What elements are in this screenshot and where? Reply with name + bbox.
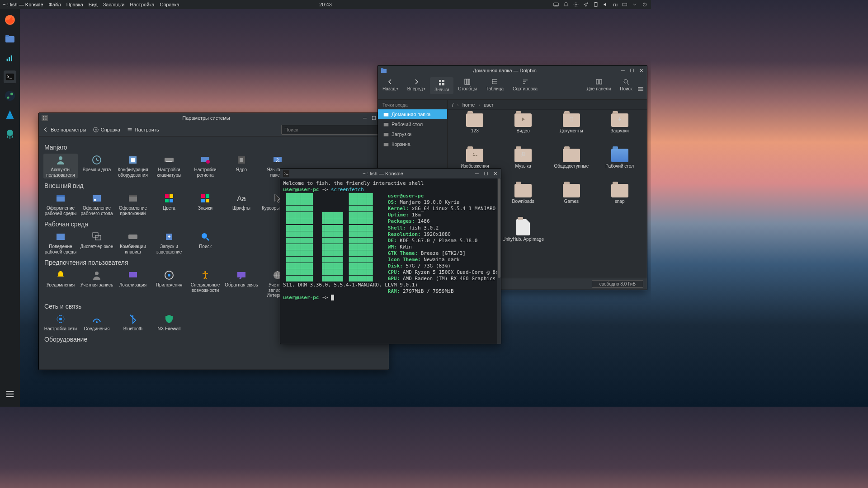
toolbar-sort[interactable]: Сортировка xyxy=(508,78,542,91)
menu-help[interactable]: Справка xyxy=(160,2,179,7)
folder-item[interactable]: Games xyxy=(548,184,595,218)
dock-steam[interactable] xyxy=(4,89,16,102)
folder-item[interactable]: Рабочий стол xyxy=(596,149,643,183)
settings-item[interactable]: Приложения xyxy=(152,269,186,299)
settings-item[interactable]: Комбинации клавиш xyxy=(116,230,150,255)
settings-search-input[interactable] xyxy=(281,125,385,135)
toolbar-search[interactable]: Поиск xyxy=(615,78,637,91)
settings-item[interactable]: Ядро xyxy=(224,154,259,178)
toolbar-forward[interactable]: Вперёд ▾ xyxy=(403,78,430,91)
settings-item[interactable]: Bluetooth xyxy=(116,313,150,333)
svg-rect-1 xyxy=(554,5,558,6)
breadcrumb[interactable]: / › home › user xyxy=(448,100,647,110)
terminal-scrollbar[interactable] xyxy=(497,178,501,344)
breadcrumb-root[interactable]: / xyxy=(452,102,453,108)
file-item[interactable]: UnityHub. AppImage xyxy=(500,219,547,253)
settings-item[interactable]: Конфигурация оборудования xyxy=(116,154,150,178)
toolbar-columns-view[interactable]: Столбцы xyxy=(453,78,481,91)
tray-chevron-icon[interactable] xyxy=(632,2,637,7)
tray-keyboard-icon[interactable] xyxy=(553,2,559,7)
settings-item[interactable]: AaШрифты xyxy=(224,192,259,217)
tray-power-icon[interactable] xyxy=(642,2,647,7)
settings-item[interactable]: Оформление рабочей среды xyxy=(43,192,78,217)
toolbar-split[interactable]: Две панели xyxy=(582,78,615,91)
dock-firefox[interactable] xyxy=(4,14,16,26)
menu-bookmarks[interactable]: Закладки xyxy=(103,2,125,7)
dock-files[interactable] xyxy=(4,33,16,45)
dock-arch[interactable] xyxy=(4,108,16,121)
dock-terminal[interactable] xyxy=(4,70,16,83)
toolbar-table-view[interactable]: Таблица xyxy=(481,78,508,91)
sidebar-item[interactable]: Домашняя папка xyxy=(378,109,447,119)
settings-item[interactable]: Оформление рабочего стола xyxy=(80,192,114,217)
settings-item[interactable]: Специальные возможности xyxy=(188,269,222,299)
tray-lang[interactable]: ru xyxy=(613,2,618,7)
settings-item[interactable]: Запуск и завершение xyxy=(152,230,186,255)
tray-location-icon[interactable] xyxy=(583,2,589,7)
menu-edit[interactable]: Правка xyxy=(66,2,83,7)
dock-monitor[interactable] xyxy=(4,52,16,64)
system-settings-titlebar[interactable]: Параметры системы ─ ☐ ✕ xyxy=(39,113,389,123)
tray-volume-icon[interactable] xyxy=(603,2,609,7)
maximize-button[interactable]: ☐ xyxy=(483,170,489,177)
terminal-output[interactable]: Welcome to fish, the friendly interactiv… xyxy=(280,178,501,344)
toolbar-back[interactable]: Все параметры xyxy=(42,127,86,133)
menu-settings[interactable]: Настройка xyxy=(130,2,154,7)
toolbar-menu[interactable] xyxy=(637,85,644,93)
settings-item[interactable]: Настройки региона xyxy=(188,154,222,178)
folder-item[interactable]: Общедоступные xyxy=(548,149,595,183)
folder-item[interactable]: snap xyxy=(596,184,643,218)
menu-view[interactable]: Вид xyxy=(89,2,98,7)
settings-item[interactable]: Обратная связь xyxy=(224,269,259,299)
settings-item[interactable]: Учётная запись xyxy=(80,269,114,299)
folder-item[interactable]: Видео xyxy=(500,113,547,148)
minimize-button[interactable]: ─ xyxy=(620,67,626,74)
dock-menu-icon[interactable] xyxy=(4,388,16,400)
settings-item[interactable]: Настройка сети xyxy=(43,313,78,333)
minimize-button[interactable]: ─ xyxy=(474,170,480,177)
settings-item[interactable]: Диспетчер окон xyxy=(80,230,114,255)
settings-item[interactable]: Поведение рабочей среды xyxy=(43,230,78,255)
settings-item[interactable]: NX Firewall xyxy=(152,313,186,333)
folder-item[interactable]: 123 xyxy=(451,113,499,148)
maximize-button[interactable]: ☐ xyxy=(371,115,377,121)
konsole-titlebar[interactable]: ~ : fish — Konsole ─ ☐ ✕ xyxy=(280,169,501,178)
tray-settings-icon[interactable] xyxy=(573,2,579,7)
dolphin-titlebar[interactable]: Домашняя папка — Dolphin ─ ☐ ✕ xyxy=(378,66,647,75)
tray-network-icon[interactable] xyxy=(622,2,627,7)
folder-item[interactable]: Downloads xyxy=(500,184,547,218)
settings-item[interactable]: Аккаунты пользователя xyxy=(43,154,78,178)
settings-item[interactable]: Оформление приложений xyxy=(116,192,150,217)
settings-item[interactable]: Значки xyxy=(188,192,222,217)
sidebar-item[interactable]: Рабочий стол xyxy=(378,119,447,129)
breadcrumb-home[interactable]: home xyxy=(462,102,475,108)
sidebar-item[interactable]: Корзина xyxy=(378,139,447,149)
menu-file[interactable]: Файл xyxy=(49,2,61,7)
settings-item-label: Приложения xyxy=(156,282,183,288)
settings-item[interactable]: Время и дата xyxy=(80,154,114,178)
dock-octopi[interactable] xyxy=(4,127,16,140)
settings-item[interactable]: Цвета xyxy=(152,192,186,217)
folder-item[interactable]: Загрузки xyxy=(596,113,643,148)
sidebar-item[interactable]: Загрузки xyxy=(378,129,447,139)
tray-notifications-icon[interactable] xyxy=(563,2,569,7)
settings-item[interactable]: Уведомления xyxy=(43,269,78,299)
maximize-button[interactable]: ☐ xyxy=(629,67,635,74)
settings-item[interactable]: Соединения xyxy=(80,313,114,333)
toolbar-help[interactable]: ? Справка xyxy=(93,127,120,133)
breadcrumb-user[interactable]: user xyxy=(484,102,493,108)
folder-item[interactable]: Документы xyxy=(548,113,595,148)
toolbar-icons-view[interactable]: Значки xyxy=(430,77,453,94)
toolbar-configure[interactable]: Настроить xyxy=(127,127,159,133)
close-button[interactable]: ✕ xyxy=(492,170,498,177)
svg-rect-28 xyxy=(131,158,135,162)
settings-item[interactable]: Настройки клавиатуры xyxy=(152,154,186,178)
tray-clipboard-icon[interactable] xyxy=(593,2,599,7)
settings-item[interactable]: Локализация xyxy=(116,269,150,299)
close-button[interactable]: ✕ xyxy=(638,67,644,74)
minimize-button[interactable]: ─ xyxy=(362,115,368,121)
settings-item[interactable]: Поиск xyxy=(188,230,222,255)
toolbar-back[interactable]: Назад ▾ xyxy=(378,78,403,91)
folder-item[interactable]: Музыка xyxy=(500,149,547,183)
panel-clock[interactable]: 20:43 xyxy=(319,2,332,7)
